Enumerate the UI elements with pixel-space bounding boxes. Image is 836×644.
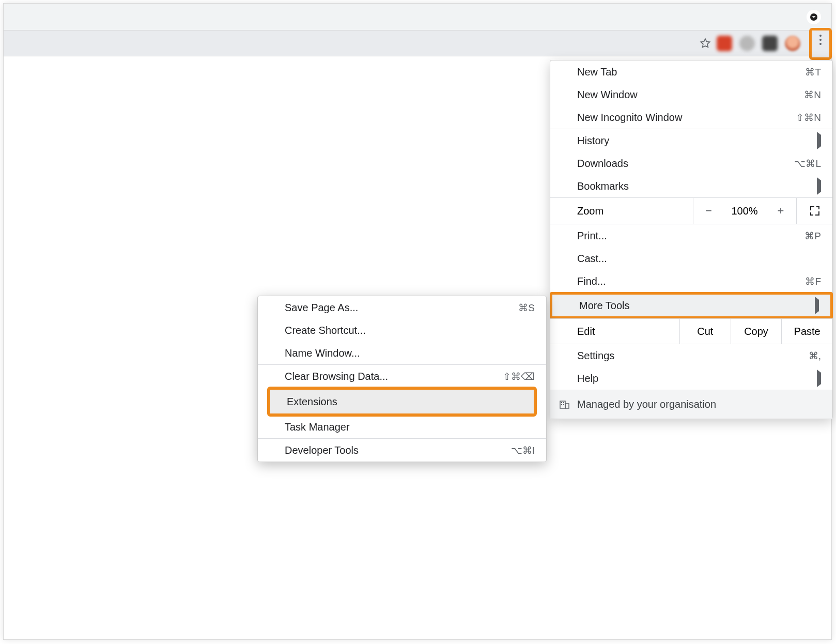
- submenu-item-save-page[interactable]: Save Page As...⌘S: [258, 296, 546, 319]
- menu-item-more-tools[interactable]: More Tools: [552, 295, 830, 316]
- kebab-icon: [819, 35, 822, 45]
- menu-item-bookmarks[interactable]: Bookmarks: [550, 175, 832, 197]
- minus-icon: −: [705, 204, 712, 218]
- fullscreen-button[interactable]: [796, 198, 832, 224]
- menu-item-print[interactable]: Print...⌘P: [550, 224, 832, 247]
- highlight-extensions: Extensions: [267, 387, 537, 417]
- extension-icon[interactable]: [739, 36, 755, 51]
- menu-item-edit: Edit Cut Copy Paste: [550, 318, 832, 344]
- submenu-item-developer-tools[interactable]: Developer Tools⌥⌘I: [258, 439, 546, 462]
- menu-label: History: [577, 135, 609, 147]
- title-dropdown-button[interactable]: [807, 10, 821, 24]
- organisation-icon: [560, 400, 570, 410]
- menu-label: Settings: [577, 350, 614, 362]
- menu-label: New Incognito Window: [577, 112, 682, 124]
- menu-label: Cast...: [577, 253, 607, 265]
- zoom-label: Zoom: [550, 205, 693, 217]
- shortcut: ⌥⌘I: [511, 444, 535, 456]
- copy-label: Copy: [744, 326, 768, 338]
- shortcut: ⌘N: [804, 89, 821, 101]
- highlight-more-tools: More Tools: [550, 292, 833, 319]
- more-tools-submenu: Save Page As...⌘S Create Shortcut... Nam…: [257, 296, 547, 462]
- managed-label: Managed by your organisation: [577, 398, 716, 410]
- submenu-item-name-window[interactable]: Name Window...: [258, 342, 546, 364]
- shortcut: ⌘S: [518, 302, 535, 314]
- menu-label: Name Window...: [285, 347, 360, 359]
- menu-label: Task Manager: [285, 421, 350, 433]
- submenu-item-create-shortcut[interactable]: Create Shortcut...: [258, 319, 546, 342]
- title-bar: [4, 4, 831, 30]
- fullscreen-icon: [810, 206, 819, 216]
- paste-label: Paste: [794, 326, 820, 338]
- edit-paste-button[interactable]: Paste: [781, 319, 832, 344]
- shortcut: ⌘,: [809, 350, 821, 362]
- menu-label: Print...: [577, 230, 607, 242]
- toolbar: [4, 30, 831, 56]
- bookmark-star-icon[interactable]: [699, 37, 711, 50]
- svg-rect-2: [565, 404, 569, 408]
- extension-icon[interactable]: [717, 36, 732, 51]
- plus-icon: +: [778, 204, 784, 218]
- menu-label: Bookmarks: [577, 180, 629, 192]
- menu-label: Find...: [577, 275, 606, 287]
- svg-rect-4: [563, 402, 564, 403]
- edit-copy-button[interactable]: Copy: [731, 319, 782, 344]
- menu-item-help[interactable]: Help: [550, 367, 832, 390]
- menu-label: Downloads: [577, 158, 628, 170]
- edit-cut-button[interactable]: Cut: [679, 319, 731, 344]
- menu-label: New Window: [577, 89, 638, 101]
- caret-down-icon: [810, 13, 817, 21]
- menu-item-zoom: Zoom − 100% +: [550, 197, 832, 224]
- menu-item-new-incognito[interactable]: New Incognito Window⇧⌘N: [550, 106, 832, 129]
- shortcut: ⌘P: [804, 230, 821, 242]
- main-menu: New Tab⌘T New Window⌘N New Incognito Win…: [550, 60, 833, 419]
- menu-item-new-window[interactable]: New Window⌘N: [550, 83, 832, 106]
- edit-label: Edit: [550, 319, 679, 344]
- submenu-item-task-manager[interactable]: Task Manager: [258, 416, 546, 438]
- zoom-out-button[interactable]: −: [693, 198, 724, 224]
- shortcut: ⌥⌘L: [794, 158, 821, 170]
- submenu-item-clear-browsing-data[interactable]: Clear Browsing Data...⇧⌘⌫: [258, 365, 546, 388]
- kebab-menu-button[interactable]: [809, 28, 832, 60]
- svg-rect-6: [563, 404, 564, 405]
- menu-item-find[interactable]: Find...⌘F: [550, 270, 832, 293]
- profile-avatar[interactable]: [785, 36, 800, 51]
- svg-rect-5: [561, 404, 562, 405]
- menu-label: Extensions: [287, 396, 337, 408]
- submenu-arrow-icon: [817, 373, 821, 385]
- menu-label: Save Page As...: [285, 302, 358, 314]
- menu-label: Help: [577, 373, 598, 385]
- zoom-percent: 100%: [724, 205, 765, 217]
- submenu-arrow-icon: [815, 300, 819, 312]
- menu-item-cast[interactable]: Cast...: [550, 247, 832, 270]
- menu-label: Developer Tools: [285, 444, 359, 456]
- menu-item-new-tab[interactable]: New Tab⌘T: [550, 60, 832, 83]
- svg-rect-1: [560, 401, 565, 408]
- menu-label: Create Shortcut...: [285, 325, 366, 336]
- zoom-in-button[interactable]: +: [765, 204, 796, 218]
- menu-label: More Tools: [579, 300, 629, 312]
- submenu-item-extensions[interactable]: Extensions: [270, 390, 534, 413]
- menu-item-history[interactable]: History: [550, 129, 832, 152]
- menu-item-settings[interactable]: Settings⌘,: [550, 344, 832, 367]
- extension-icon[interactable]: [762, 36, 778, 51]
- menu-item-downloads[interactable]: Downloads⌥⌘L: [550, 152, 832, 175]
- cut-label: Cut: [697, 326, 713, 338]
- svg-rect-3: [561, 402, 562, 403]
- submenu-arrow-icon: [817, 180, 821, 192]
- shortcut: ⇧⌘⌫: [503, 371, 535, 382]
- shortcut: ⌘T: [805, 66, 821, 78]
- shortcut: ⇧⌘N: [796, 112, 821, 124]
- menu-label: New Tab: [577, 66, 617, 78]
- submenu-arrow-icon: [817, 135, 821, 147]
- managed-notice[interactable]: Managed by your organisation: [550, 390, 832, 419]
- shortcut: ⌘F: [805, 275, 821, 287]
- menu-label: Clear Browsing Data...: [285, 371, 388, 382]
